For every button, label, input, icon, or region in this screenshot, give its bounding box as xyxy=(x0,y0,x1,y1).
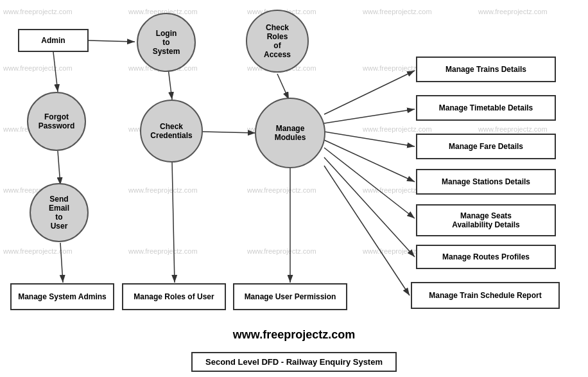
svg-line-8 xyxy=(60,243,63,283)
admin-node: Admin xyxy=(18,29,89,52)
manage-train-schedule-node: Manage Train Schedule Report xyxy=(411,282,560,309)
svg-line-6 xyxy=(58,151,60,185)
footer-title: Second Level DFD - Railway Enquiry Syste… xyxy=(191,352,397,372)
svg-line-12 xyxy=(324,132,415,146)
manage-timetable-node: Manage Timetable Details xyxy=(416,95,556,121)
manage-seats-node: Manage Seats Availability Details xyxy=(416,204,556,236)
manage-trains-details-node: Manage Trains Details xyxy=(416,57,556,82)
svg-line-10 xyxy=(324,71,415,114)
manage-roles-node: Manage Roles of User xyxy=(122,283,226,310)
svg-line-4 xyxy=(277,74,289,100)
footer-url: www.freeprojectz.com xyxy=(0,328,588,342)
manage-stations-node: Manage Stations Details xyxy=(416,169,556,195)
svg-line-11 xyxy=(324,109,415,123)
diagram-container: www.freeprojectz.com www.freeprojectz.co… xyxy=(0,0,588,377)
svg-line-16 xyxy=(324,166,410,295)
forgot-password-node: Forgot Password xyxy=(27,92,86,151)
manage-routes-node: Manage Routes Profiles xyxy=(416,245,556,269)
check-roles-node: Check Roles of Access xyxy=(246,10,309,73)
manage-fare-node: Manage Fare Details xyxy=(416,134,556,159)
send-email-node: Send Email to User xyxy=(30,183,89,242)
svg-line-15 xyxy=(324,157,415,257)
manage-modules-node: Manage Modules xyxy=(255,98,325,168)
svg-line-7 xyxy=(172,161,175,283)
svg-line-13 xyxy=(324,140,415,182)
svg-line-1 xyxy=(89,40,135,42)
login-node: Login to System xyxy=(137,13,196,72)
manage-user-permission-node: Manage User Permission xyxy=(233,283,347,310)
svg-line-5 xyxy=(202,132,255,133)
check-credentials-node: Check Credentials xyxy=(140,100,203,162)
svg-line-2 xyxy=(53,52,58,92)
manage-system-admins-node: Manage System Admins xyxy=(10,283,114,310)
